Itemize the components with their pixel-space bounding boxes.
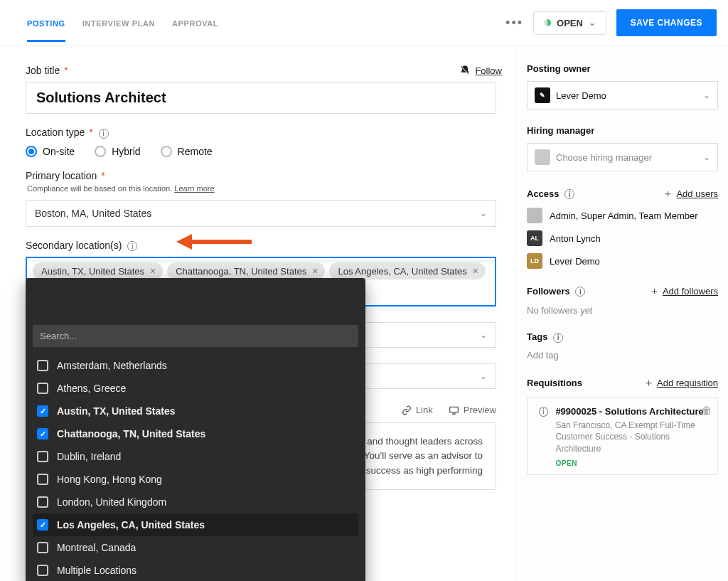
no-followers-text: No followers yet <box>527 305 718 316</box>
radio-label: Hybrid <box>112 146 140 157</box>
link-icon <box>402 405 412 415</box>
chip-label: Chattanooga, TN, United States <box>176 266 306 277</box>
access-item-label: Lever Demo <box>550 256 600 267</box>
avatar-badge: LD <box>527 253 542 269</box>
copy-link-button[interactable]: Link <box>402 405 433 415</box>
tab-posting[interactable]: POSTING <box>27 4 65 42</box>
preview-button[interactable]: Preview <box>449 405 496 415</box>
hiring-manager-heading: Hiring manager <box>527 125 718 136</box>
access-heading: Access i <box>527 188 574 200</box>
checkbox-icon <box>37 565 48 576</box>
dropdown-option[interactable]: London, United Kingdom <box>33 491 358 513</box>
avatar-badge: AL <box>527 230 542 246</box>
location-type-remote-radio[interactable]: Remote <box>161 146 213 157</box>
location-chip: Los Angeles, CA, United States× <box>329 262 486 279</box>
chip-label: Los Angeles, CA, United States <box>338 266 466 277</box>
add-tag-input[interactable]: Add tag <box>527 350 718 361</box>
chip-remove-icon[interactable]: × <box>311 265 319 277</box>
checkbox-icon <box>37 360 48 371</box>
checkbox-icon <box>37 496 48 508</box>
dropdown-option-label: Hong Kong, Hong Kong <box>57 474 162 485</box>
requisition-card[interactable]: i #9900025 - Solutions Architecture San … <box>527 397 718 475</box>
posting-owner-select[interactable]: ✎ Lever Demo ⌄ <box>527 81 718 110</box>
info-icon[interactable]: i <box>553 333 563 343</box>
dropdown-option[interactable]: Dublin, Ireland <box>33 445 358 468</box>
annotation-arrow <box>176 234 252 250</box>
chip-remove-icon[interactable]: × <box>149 265 157 277</box>
save-changes-button[interactable]: SAVE CHANGES <box>616 9 717 36</box>
info-icon[interactable]: i <box>539 407 548 417</box>
avatar-badge <box>527 208 542 223</box>
chevron-down-icon: ⌄ <box>589 18 596 28</box>
location-type-onsite-radio[interactable]: On-site <box>26 146 75 157</box>
posting-owner-value: Lever Demo <box>556 90 606 101</box>
posting-status-dropdown[interactable]: OPEN ⌄ <box>533 11 606 35</box>
location-chip: Austin, TX, United States× <box>33 262 163 279</box>
follow-label: Follow <box>475 65 502 76</box>
requisition-status: OPEN <box>555 459 709 467</box>
secondary-location-dropdown: Amsterdam, NetherlandsAthens, GreeceAust… <box>26 278 365 581</box>
dropdown-option-label: Austin, TX, United States <box>57 405 175 417</box>
trash-icon[interactable]: 🗑 <box>702 405 712 416</box>
dropdown-option-label: Montreal, Canada <box>57 542 136 553</box>
follow-toggle[interactable]: Follow <box>459 65 502 76</box>
info-icon[interactable]: i <box>564 189 574 199</box>
dropdown-option[interactable]: Amsterdam, Netherlands <box>33 354 358 377</box>
checkbox-icon <box>37 519 48 531</box>
requisition-meta-2: Customer Success - Solutions Architectur… <box>555 431 709 455</box>
add-requisition-link[interactable]: ＋Add requisition <box>643 376 718 390</box>
info-icon[interactable]: i <box>127 241 137 251</box>
dropdown-option[interactable]: Chattanooga, TN, United States <box>33 422 358 445</box>
access-item: Admin, Super Admin, Team Member <box>527 208 718 223</box>
learn-more-link[interactable]: Learn more <box>174 184 214 193</box>
primary-location-label: Primary location * <box>26 170 502 181</box>
dropdown-option-label: Los Angeles, CA, United States <box>57 519 205 531</box>
info-icon[interactable]: i <box>575 287 585 297</box>
checkbox-icon <box>37 405 48 417</box>
radio-icon <box>26 146 37 157</box>
avatar-placeholder-icon <box>535 149 550 165</box>
dropdown-option[interactable]: Multiple Locations <box>33 559 358 581</box>
dropdown-option[interactable]: Hong Kong, Hong Kong <box>33 468 358 491</box>
location-type-hybrid-radio[interactable]: Hybrid <box>95 146 140 157</box>
primary-location-select[interactable]: Boston, MA, United States ⌄ <box>26 200 496 227</box>
add-followers-link[interactable]: ＋Add followers <box>649 284 718 298</box>
access-item: LDLever Demo <box>527 253 718 269</box>
dropdown-option[interactable]: Austin, TX, United States <box>33 400 358 422</box>
job-title-label: Job title * <box>26 65 68 76</box>
location-type-label: Location type * i <box>26 127 502 139</box>
preview-label: Preview <box>464 405 496 415</box>
checkbox-icon <box>37 428 48 439</box>
checkbox-icon <box>37 451 48 462</box>
requisitions-heading: Requisitions <box>527 378 582 388</box>
dropdown-option[interactable]: Athens, Greece <box>33 377 358 400</box>
link-label: Link <box>416 405 433 415</box>
tab-approval[interactable]: APPROVAL <box>172 4 218 42</box>
dropdown-option[interactable]: Montreal, Canada <box>33 536 358 559</box>
radio-icon <box>95 146 106 157</box>
chip-remove-icon[interactable]: × <box>471 265 480 277</box>
radio-label: Remote <box>178 146 213 157</box>
chevron-down-icon: ⌄ <box>703 152 710 162</box>
access-item: ALAnton Lynch <box>527 230 718 246</box>
radio-label: On-site <box>43 146 75 157</box>
status-dot-icon <box>544 19 551 26</box>
checkbox-icon <box>37 542 48 553</box>
dropdown-search-input[interactable] <box>33 325 358 347</box>
hiring-manager-select[interactable]: Choose hiring manager ⌄ <box>527 143 718 171</box>
dropdown-option-label: Dublin, Ireland <box>57 451 121 462</box>
dropdown-option-label: London, United Kingdom <box>57 496 166 508</box>
more-menu-button[interactable]: ••• <box>505 16 523 31</box>
add-users-link[interactable]: ＋Add users <box>663 187 718 201</box>
dropdown-option-label: Athens, Greece <box>57 383 126 394</box>
chevron-down-icon: ⌄ <box>480 330 487 340</box>
dropdown-option[interactable]: Los Angeles, CA, United States <box>33 513 358 536</box>
hiring-manager-placeholder: Choose hiring manager <box>556 152 652 163</box>
access-item-label: Anton Lynch <box>550 233 601 244</box>
chip-label: Austin, TX, United States <box>41 266 144 277</box>
secondary-location-label: Secondary location(s) i <box>26 240 502 252</box>
chevron-down-icon: ⌄ <box>480 371 487 381</box>
info-icon[interactable]: i <box>99 129 109 139</box>
tab-interview-plan[interactable]: INTERVIEW PLAN <box>82 4 155 42</box>
job-title-input[interactable] <box>26 82 496 114</box>
